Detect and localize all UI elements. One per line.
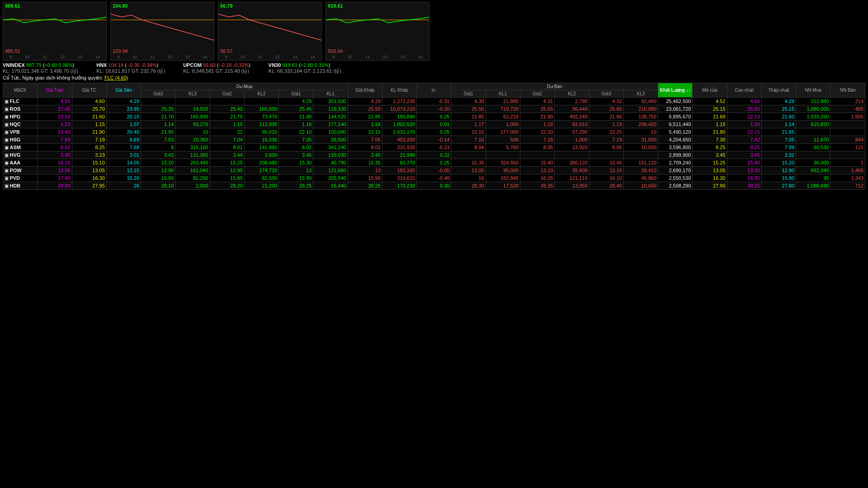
table-row[interactable]: ■ASM 8.82 8.25 7.68 8 315,160 8.01 141,9… (3, 144, 865, 151)
cell-cao-nhat: 13.20 (727, 167, 761, 174)
cell-g1m: 4.29 (279, 98, 313, 105)
cell-kl3b: 10 (623, 128, 658, 136)
cell-nn-mua: 30 (796, 174, 830, 182)
cell-kl3m: 2,000 (175, 182, 210, 190)
cell-kl2m: 21,200 (244, 182, 278, 190)
cell-kl3m: 315,160 (175, 144, 210, 151)
cell-gia-khop: 13 (348, 167, 382, 174)
cell-kl-khop: 1,802,520 (382, 121, 416, 128)
cell-kl2b (555, 151, 589, 159)
table-row[interactable]: ■ROS 27.45 25.70 23.95 25.35 19,920 25.4… (3, 105, 865, 113)
cell-g3m (141, 98, 175, 105)
cell-nn-mua (796, 128, 830, 136)
index-kl: KL: 66,333,164 GT: 2,123.61 (tỷ) (269, 68, 341, 74)
cell-pm: -0.40 (417, 174, 451, 182)
cell-kl2m: 95,010 (244, 128, 278, 136)
cell-nn-mua: 615,820 (796, 121, 830, 128)
cell-g1b: 21.85 (451, 113, 486, 121)
cell-kl2m: 208,480 (244, 159, 278, 167)
th-gia-san: Giá Sàn (106, 83, 141, 98)
cell-kl1b: 500 (486, 136, 520, 144)
cell-mo-cua: 27.90 (693, 182, 727, 190)
table-row[interactable]: ■HSG 7.69 7.19 6.69 7.03 10,350 7.04 16,… (3, 136, 865, 144)
th-g1m: Giá1 (279, 90, 313, 98)
table-row[interactable]: ■VPB 23.40 21.90 20.40 21.95 10 22 95,01… (3, 128, 865, 136)
table-row[interactable]: ■AAA 16.15 15.10 14.05 15.20 263,490 15.… (3, 159, 865, 167)
table-row[interactable]: ■HQC 1.23 1.15 1.07 1.14 93,270 1.15 112… (3, 121, 865, 128)
chart-low-label: 56.57 (220, 48, 233, 54)
cell-gia-khop: 3.45 (348, 151, 382, 159)
cell-g2m (210, 98, 244, 105)
table-row[interactable]: ■FLC 4.93 4.60 4.29 4.29 201,500 4.29 2,… (3, 98, 865, 105)
th-gia-tran: Giá Trần (38, 83, 72, 98)
th-gia-tc: Giá TC (72, 83, 106, 98)
cell-g1b: 22.15 (451, 128, 486, 136)
cell-cao-nhat: 4.66 (727, 98, 761, 105)
cell-kl1m: 341,240 (313, 144, 348, 151)
cell-kl3m: 19,920 (175, 105, 210, 113)
cell-kl1m: 118,330 (313, 105, 348, 113)
cell-khoi-luong: 6,511,440 (658, 121, 693, 128)
cell-kl-khop: 10,679,210 (382, 105, 416, 113)
cell-kl3b: 92,490 (623, 98, 658, 105)
chart-time-axis: 91011121314 (326, 55, 429, 59)
th-g1b: Giá1 (451, 90, 486, 98)
stock-table-container[interactable]: MãCK Giá Trần Giá TC Giá Sàn Dư Mua Giá … (3, 83, 865, 486)
cell-cao-nhat: 22.15 (727, 128, 761, 136)
cell-g1m: 1.16 (279, 121, 313, 128)
cell-kl3m: 10,350 (175, 136, 210, 144)
index-upcom: UPCOM 56.60 (--0.18 -0.32%)KL: 8,548,581… (183, 62, 250, 74)
cell-kl3m: 263,490 (175, 159, 210, 167)
cell-thap-nhat: 7.05 (761, 136, 796, 144)
cell-nn-mua: 11,670 (796, 136, 830, 144)
cell-g1b: 7.10 (451, 136, 486, 144)
th-g2m: Giá2 (210, 90, 244, 98)
cell-mack: ■HPG (3, 113, 38, 121)
cell-kl2b: 57,290 (555, 128, 589, 136)
cell-g3b (589, 151, 623, 159)
cell-g2b: 25.55 (520, 105, 554, 113)
cell-g2b: 7.18 (520, 136, 554, 144)
co-tuc-stock[interactable]: FLC (4.60) (104, 75, 128, 80)
cell-pm: -0.23 (417, 144, 451, 151)
cell-thap-nhat: 4.29 (761, 98, 796, 105)
chart-high-label: 919.61 (328, 3, 343, 9)
cell-kl3b: 10,000 (623, 144, 658, 151)
cell-mo-cua: 16.30 (693, 174, 727, 182)
cell-kl1m: 26,500 (313, 136, 348, 144)
cell-mack: ■HSG (3, 136, 38, 144)
cell-g2b: 13.10 (520, 167, 554, 174)
cell-gia-khop: 1.16 (348, 121, 382, 128)
table-row[interactable]: ■POW 13.95 13.05 12.15 12.90 161,040 12.… (3, 167, 865, 174)
cell-gia-khop: 21.85 (348, 113, 382, 121)
cell-nn-ban: 1 (830, 159, 865, 167)
cell-mo-cua: 7.30 (693, 136, 727, 144)
cell-nn-ban: 214 (830, 98, 865, 105)
table-row[interactable]: ■HPG 23.10 21.60 20.10 21.70 165,930 21.… (3, 113, 865, 121)
cell-kl1b: 1,000 (486, 121, 520, 128)
cell-g3m: 1.14 (141, 121, 175, 128)
table-row[interactable]: ■PVD 17.40 16.30 15.20 15.80 82,290 15.8… (3, 174, 865, 182)
table-row[interactable]: ■HDB 29.90 27.95 26 28.10 2,000 28.20 21… (3, 182, 865, 190)
th-khoi-luong[interactable]: Khối Lượng ↓↑ (658, 83, 693, 98)
cell-g1m: 21.80 (279, 113, 313, 121)
index-name: VN30 919.61 (+2.80 0.31%) (269, 62, 341, 68)
chart-vnindex: 989.61985.5291011121314 (3, 2, 107, 61)
cell-pm: 0.25 (417, 159, 451, 167)
cell-cao-nhat: 22.10 (727, 113, 761, 121)
cell-nn-mua: 692,340 (796, 167, 830, 174)
cell-g1m: 15.90 (279, 174, 313, 182)
cell-kl-khop: 170,230 (382, 182, 416, 190)
cell-kl-khop: 2,031,170 (382, 128, 416, 136)
cell-g2m: 15.85 (210, 174, 244, 182)
cell-nn-mua: 60,530 (796, 144, 830, 151)
th-cao-nhat: Cao nhất (727, 83, 761, 98)
table-row[interactable]: ■HVG 3.45 3.23 3.01 3.43 131,300 3.44 3,… (3, 151, 865, 159)
cell-g1b: 15.35 (451, 159, 486, 167)
cell-g3b: 1.19 (589, 121, 623, 128)
th-kl1b: KL1 (486, 90, 520, 98)
cell-khoi-luong: 2,690,170 (658, 167, 693, 174)
th-mack: MãCK (3, 83, 38, 98)
cell-kl2m: 73,470 (244, 113, 278, 121)
cell-gia-san: 7.68 (106, 144, 141, 151)
